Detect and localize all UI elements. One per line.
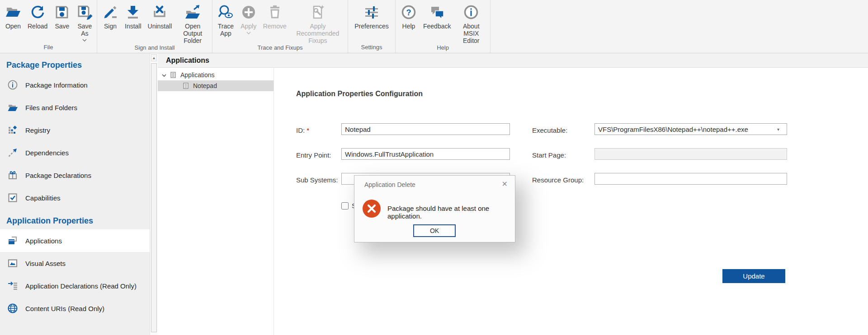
sidebar-item-label: Files and Folders (25, 104, 77, 112)
reload-button-label: Reload (28, 23, 47, 30)
executable-field-label: Executable: (532, 126, 567, 134)
preferences-sliders-icon (363, 4, 380, 20)
about-msix-editor-button[interactable]: About MSIX Editor (454, 3, 488, 44)
applications-tree: Applications Notepad (158, 68, 274, 335)
about-info-icon (463, 4, 479, 20)
sidebar-scrollbar[interactable]: ▲ (150, 53, 158, 335)
ribbon-group-help: ? Help Feedback About MSIX Editor Help (396, 0, 491, 53)
sign-pencil-icon (102, 4, 118, 20)
ok-button[interactable]: OK (413, 224, 456, 237)
package-information-icon (7, 79, 18, 90)
feedback-bubbles-icon (429, 4, 445, 20)
sign-button-label: Sign (104, 23, 117, 30)
save-icon (54, 4, 70, 20)
help-button[interactable]: ? Help (397, 3, 420, 30)
fixups-wrench-icon (310, 4, 326, 20)
sidebar-item-package-information[interactable]: Package Information (0, 74, 150, 96)
chevron-down-icon[interactable] (82, 37, 87, 42)
sidebar-heading-package-properties: Package Properties (0, 53, 150, 74)
sub-checkbox[interactable] (341, 202, 349, 209)
sidebar-item-label: Content URIs (Read Only) (25, 305, 104, 312)
sidebar-item-label: Applications (25, 237, 62, 245)
registry-icon (7, 125, 18, 135)
sidebar-item-files-and-folders[interactable]: Files and Folders (0, 96, 150, 119)
sidebar-item-label: Visual Assets (25, 260, 66, 267)
trace-app-button-label: Trace App (217, 23, 234, 37)
ribbon-group-label-sign-and-install: Sign and Install (97, 44, 212, 53)
sidebar-item-capabilities[interactable]: Capabilities (0, 186, 150, 209)
sidebar-item-visual-assets[interactable]: Visual Assets (0, 252, 150, 275)
save-as-icon (76, 4, 93, 20)
ribbon-group-label-trace-and-fixups: Trace and Fixups (212, 44, 348, 53)
sidebar-item-application-declarations[interactable]: Application Declarations (Read Only) (0, 275, 150, 297)
save-as-button-label: Save As (76, 23, 93, 37)
ribbon-group-label-settings: Settings (348, 44, 395, 53)
feedback-button-label: Feedback (423, 23, 451, 30)
scrollbar-thumb[interactable] (151, 63, 157, 332)
sidebar-item-label: Dependencies (25, 149, 69, 157)
apply-plus-icon (241, 4, 257, 20)
trace-app-icon (217, 4, 234, 20)
sidebar-item-label: Package Declarations (25, 172, 91, 179)
open-button[interactable]: Open (2, 3, 24, 30)
close-x-icon[interactable]: ✕ (502, 180, 508, 188)
ribbon-group-sign-and-install: Sign Install Uninstall Open Output Folde… (97, 0, 212, 53)
resource-group-input[interactable] (594, 173, 787, 185)
sidebar-item-package-declarations[interactable]: Package Declarations (0, 164, 150, 186)
install-button[interactable]: Install (122, 3, 145, 30)
files-and-folders-icon (7, 102, 18, 113)
document-icon (170, 72, 176, 78)
id-field-label: ID: * (296, 126, 309, 134)
start-page-input (594, 148, 787, 160)
preferences-button[interactable]: Preferences (351, 3, 392, 30)
open-output-folder-button[interactable]: Open Output Folder (175, 3, 210, 44)
preferences-button-label: Preferences (354, 23, 388, 30)
content-uris-icon (7, 303, 18, 314)
chevron-down-icon[interactable]: ▾ (777, 127, 783, 132)
apply-recommended-fixups-button[interactable]: Apply Recommended Fixups (290, 3, 346, 44)
ribbon-group-file: Open Reload Save Save As File (0, 0, 97, 53)
sub-systems-field-label: Sub Systems: (296, 176, 338, 184)
sidebar-item-content-uris[interactable]: Content URIs (Read Only) (0, 297, 150, 320)
sign-button[interactable]: Sign (99, 3, 122, 30)
start-page-field-label: Start Page: (532, 151, 566, 159)
sidebar-item-label: Package Information (25, 81, 88, 89)
package-declarations-icon (7, 170, 18, 181)
sidebar-item-label: Capabilities (25, 194, 61, 202)
executable-input[interactable] (598, 124, 777, 135)
ribbon-spacer (491, 0, 868, 53)
open-output-folder-icon (184, 4, 201, 20)
sidebar-item-dependencies[interactable]: Dependencies (0, 141, 150, 164)
reload-icon (29, 4, 46, 20)
apply-button-label: Apply (241, 23, 256, 30)
sidebar-item-applications[interactable]: Applications (0, 229, 150, 252)
sidebar-item-registry[interactable]: Registry (0, 119, 150, 141)
remove-trash-icon (267, 4, 283, 20)
resource-group-field-label: Resource Group: (532, 176, 584, 184)
entry-point-input[interactable] (341, 148, 510, 160)
ribbon-group-trace-and-fixups: Trace App Apply Remove Apply Recommended… (212, 0, 348, 53)
chevron-expanded-icon[interactable] (161, 72, 167, 78)
executable-combobox[interactable]: ▾ (594, 123, 787, 135)
reload-button[interactable]: Reload (24, 3, 51, 30)
apply-button[interactable]: Apply (237, 3, 260, 34)
save-button[interactable]: Save (51, 3, 73, 30)
id-input[interactable] (341, 123, 510, 135)
svg-text:?: ? (406, 8, 411, 17)
ribbon-group-label-help: Help (396, 44, 490, 53)
tree-row-notepad[interactable]: Notepad (158, 80, 274, 91)
visual-assets-icon (7, 258, 18, 269)
required-marker: * (307, 126, 309, 134)
uninstall-button[interactable]: Uninstall (145, 3, 175, 30)
feedback-button[interactable]: Feedback (420, 3, 454, 30)
trace-app-button[interactable]: Trace App (214, 3, 237, 37)
entry-point-field-label: Entry Point: (296, 151, 331, 159)
save-as-button[interactable]: Save As (73, 3, 96, 42)
remove-button-label: Remove (263, 23, 287, 30)
remove-button[interactable]: Remove (260, 3, 290, 30)
update-button[interactable]: Update (722, 269, 785, 283)
open-output-folder-button-label: Open Output Folder (178, 23, 207, 44)
tree-row-applications[interactable]: Applications (158, 70, 274, 80)
scroll-up-arrow-icon[interactable]: ▲ (151, 54, 157, 61)
uninstall-x-icon (151, 4, 168, 20)
